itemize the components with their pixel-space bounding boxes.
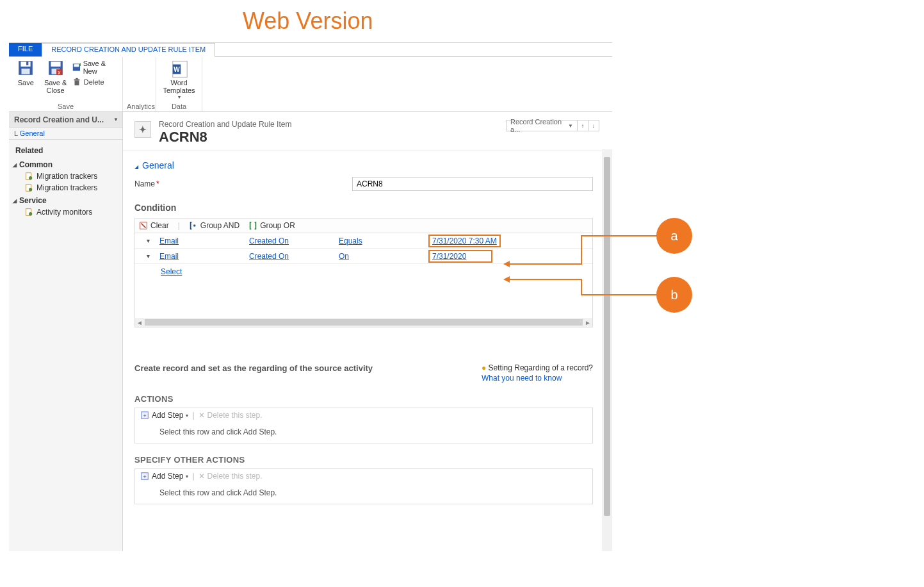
value-link[interactable]: 7/31/2020 7:30 AM <box>432 236 497 245</box>
field-link[interactable]: Created On <box>249 252 289 261</box>
breadcrumb: Record Creation and Update Rule Item <box>159 120 291 129</box>
add-step-button[interactable]: + Add Step▾ <box>140 472 188 481</box>
warning-icon: ● <box>482 363 486 372</box>
operator-link[interactable]: Equals <box>339 236 362 245</box>
form-header: ✦ Record Creation and Update Rule Item A… <box>123 112 612 151</box>
row-menu-button[interactable]: ▾ <box>147 252 159 260</box>
select-link[interactable]: Select <box>161 267 182 276</box>
tab-record-rule-item[interactable]: RECORD CREATION AND UPDATE RULE ITEM <box>42 43 215 57</box>
scroll-right-button[interactable]: ► <box>583 319 592 326</box>
form-body: General Name* Condition Clear | Group AN… <box>123 151 612 551</box>
group-data-label: Data <box>160 103 198 112</box>
scrollbar-horizontal[interactable]: ◄ ► <box>135 318 592 327</box>
word-templates-button[interactable]: W Word Templates ▾ <box>160 58 198 100</box>
nav-down-button[interactable]: ↓ <box>588 120 599 131</box>
help-link[interactable]: What you need to know <box>482 374 593 383</box>
entity-link[interactable]: Email <box>159 236 179 245</box>
save-button[interactable]: Save <box>13 58 38 87</box>
tab-file[interactable]: FILE <box>9 43 42 56</box>
value-link[interactable]: 7/31/2020 <box>432 252 466 261</box>
save-new-button[interactable]: ✚ Save & New <box>72 60 118 75</box>
name-label: Name* <box>134 179 352 188</box>
svg-rect-1 <box>21 62 31 67</box>
group-analytics-label: Analytics <box>127 103 152 112</box>
group-and-button[interactable]: Group AND <box>189 221 239 230</box>
document-icon <box>24 208 33 217</box>
delete-step-label: Delete this step. <box>207 411 263 420</box>
word-icon: W <box>170 60 188 78</box>
leftnav-item-activity[interactable]: Activity monitors <box>9 206 122 218</box>
group-and-label: Group AND <box>200 221 239 230</box>
annotation-connector <box>581 235 582 265</box>
save-label: Save <box>18 79 34 87</box>
condition-heading: Condition <box>134 203 593 213</box>
field-link[interactable]: Created On <box>249 236 289 245</box>
leftnav-item-general[interactable]: L General <box>9 128 122 140</box>
helper-block: Create record and set as the regarding o… <box>134 363 593 383</box>
nav-up-button[interactable]: ↑ <box>577 120 588 131</box>
document-icon <box>24 172 33 181</box>
annotation-connector <box>581 235 658 236</box>
svg-text:✚: ✚ <box>78 63 80 67</box>
scrollbar-thumb[interactable] <box>145 319 583 326</box>
add-step-button[interactable]: + Add Step▾ <box>140 411 188 420</box>
annotation-connector <box>581 279 582 295</box>
save-new-icon: ✚ <box>72 63 81 72</box>
svg-rect-5 <box>51 62 60 67</box>
condition-toolbar: Clear | Group AND Group OR <box>134 218 593 233</box>
entity-link[interactable]: Email <box>159 252 179 261</box>
annotation-marker-b: b <box>656 277 692 313</box>
actions-placeholder-row[interactable]: Select this row and click Add Step. <box>140 420 587 440</box>
svg-point-26 <box>193 224 196 227</box>
document-icon <box>24 183 33 192</box>
condition-select-row: Select <box>135 264 592 279</box>
leftnav-common-header[interactable]: Common <box>9 158 122 170</box>
leftnav-item-migration-2[interactable]: Migration trackers <box>9 182 122 194</box>
record-icon: ✦ <box>134 121 151 138</box>
actions-box: + Add Step▾ | ✕ Delete this step. Select… <box>134 408 593 443</box>
group-or-button[interactable]: Group OR <box>248 221 295 230</box>
svg-rect-14 <box>76 78 78 79</box>
annotation-connector <box>581 294 658 295</box>
delete-button[interactable]: Delete <box>72 78 118 87</box>
add-step-icon: + <box>140 411 149 420</box>
chevron-down-icon: ▾ <box>178 94 181 100</box>
scroll-left-button[interactable]: ◄ <box>135 319 144 326</box>
field-name-row: Name* <box>134 177 593 191</box>
add-step-icon: + <box>140 472 149 481</box>
delete-label: Delete <box>84 78 104 86</box>
clear-label: Clear <box>150 221 169 230</box>
leftnav-header[interactable]: Record Creation and U... ▼ <box>9 112 122 128</box>
leftnav-item-migration-1[interactable]: Migration trackers <box>9 170 122 182</box>
operator-link[interactable]: On <box>339 252 349 261</box>
form-selector-label: Record Creation a... <box>510 118 565 133</box>
save-new-label: Save & New <box>83 60 118 75</box>
form-area: ✦ Record Creation and Update Rule Item A… <box>123 112 612 551</box>
annotation-connector <box>510 263 582 265</box>
save-icon <box>17 60 35 78</box>
actions-heading: ACTIONS <box>134 394 593 404</box>
chevron-down-icon: ▼ <box>113 117 118 122</box>
other-actions-heading: SPECIFY OTHER ACTIONS <box>134 455 593 465</box>
leftnav-related-title: Related <box>9 140 122 158</box>
clear-button[interactable]: Clear <box>139 221 169 230</box>
form-selector-dropdown[interactable]: Record Creation a... ▼ <box>506 120 578 131</box>
delete-step-label: Delete this step. <box>207 472 263 481</box>
add-step-label: Add Step <box>152 411 183 420</box>
row-menu-button[interactable]: ▾ <box>147 237 159 244</box>
group-save-label: Save <box>13 103 118 112</box>
svg-text:+: + <box>143 474 146 480</box>
leftnav-item-label: Migration trackers <box>36 172 97 181</box>
word-templates-label: Word Templates <box>160 79 198 94</box>
leftnav-header-label: Record Creation and U... <box>14 115 104 124</box>
condition-row: ▾ Email Created On On 7/31/2020 <box>135 249 592 264</box>
other-actions-box: + Add Step▾ | ✕ Delete this step. Select… <box>134 468 593 504</box>
leftnav-service-header[interactable]: Service <box>9 194 122 206</box>
other-actions-placeholder-row[interactable]: Select this row and click Add Step. <box>140 481 587 501</box>
section-general-toggle[interactable]: General <box>134 158 593 177</box>
leftnav-item-label: Activity monitors <box>36 208 92 217</box>
svg-rect-3 <box>26 62 28 65</box>
save-close-button[interactable]: x Save & Close <box>42 58 68 94</box>
name-input[interactable] <box>352 177 593 191</box>
app-frame: FILE RECORD CREATION AND UPDATE RULE ITE… <box>9 42 612 551</box>
